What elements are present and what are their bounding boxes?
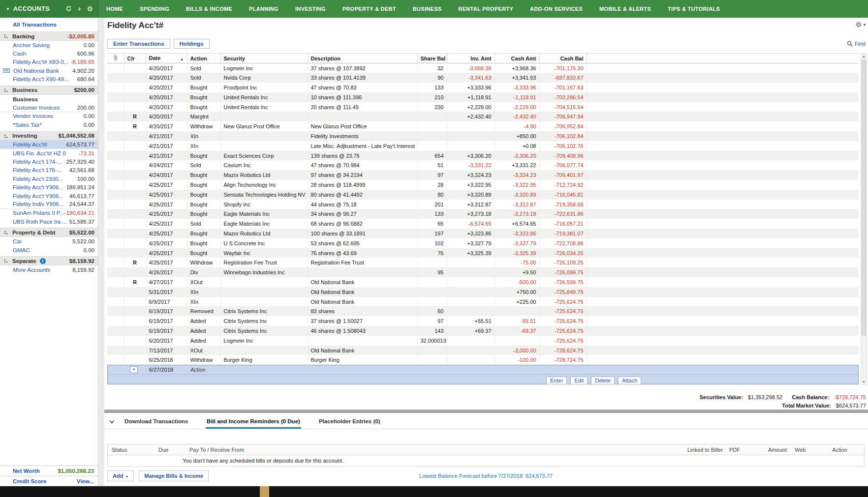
sort-ascending-icon[interactable]: ▲: [180, 57, 184, 61]
table-row[interactable]: 6/9/2017XInOld National Bank+225.00-725,…: [107, 297, 859, 307]
sidebar-item-ubs-roth-pace-ira[interactable]: UBS Roth Pace Ira ...51,585.37: [0, 217, 98, 226]
manage-bills-income-button[interactable]: Manage Bills & Income: [139, 470, 209, 481]
net-worth-row[interactable]: Net Worth $1,050,268.23: [0, 466, 98, 476]
delete-button[interactable]: Delete: [591, 377, 615, 384]
column-header-clr[interactable]: Clr: [124, 54, 146, 63]
account-actions-gear[interactable]: ⚙ ▼: [856, 21, 867, 29]
sidebar-group-header-investing[interactable]: Investing$1,046,552.08: [0, 131, 98, 141]
table-row[interactable]: 6/19/2017RemovedCitrix Systems Inc83 sha…: [107, 306, 859, 316]
nav-item-spending[interactable]: SPENDING: [140, 6, 169, 12]
entry-date-field[interactable]: 6/27/2018: [149, 367, 173, 373]
sidebar-group-header-banking[interactable]: Banking-$2,005.85: [0, 31, 98, 41]
register-scrollbar[interactable]: ▲ ▼: [861, 53, 867, 385]
column-header-inv-amt[interactable]: Inv. Amt: [447, 54, 495, 63]
column-header-security[interactable]: Security: [220, 54, 308, 63]
table-row[interactable]: 5/31/2017XInOld National Bank+750.00-725…: [107, 287, 859, 297]
nav-item-tips-tutorials[interactable]: TIPS & TUTORIALS: [668, 6, 720, 12]
scroll-down-icon[interactable]: ▼: [861, 379, 867, 385]
sidebar-item-fidelity-acc-t-2330[interactable]: Fidelity Acc't 2330...100.00: [0, 175, 98, 183]
table-row[interactable]: 6/19/2017AddedCitrix Systems Inc37 share…: [107, 316, 859, 326]
table-row[interactable]: 7/13/2017XOutOld National Bank-3,000.00-…: [107, 346, 859, 355]
table-row[interactable]: 4/26/2017DivWinnebago Industries Inc95+9…: [107, 267, 859, 277]
sidebar-group-header-separate[interactable]: Separatei$8,159.92: [0, 256, 98, 265]
credit-score-view-link[interactable]: View...: [77, 478, 94, 484]
enter-button[interactable]: Enter: [546, 377, 567, 384]
panel-splitter[interactable]: [104, 409, 868, 413]
add-account-icon[interactable]: +: [77, 5, 81, 12]
sidebar-item-old-national-bank[interactable]: Old National Bank4,902.20: [0, 66, 98, 75]
nav-item-home[interactable]: HOME: [106, 6, 123, 12]
sidebar-item-more-accounts[interactable]: More Accounts8,159.92: [0, 265, 98, 274]
table-row[interactable]: 4/20/2017BoughtProofpoint Inc47 shares @…: [107, 83, 859, 92]
tab-bill-and-income-reminders-0-due[interactable]: Bill and Income Reminders (0 Due): [206, 415, 301, 429]
nav-item-planning[interactable]: PLANNING: [249, 6, 279, 12]
table-row[interactable]: 4/24/2017BoughtMazor Robotics Ltd97 shar…: [107, 170, 859, 180]
sidebar-group-header-property-debt[interactable]: Property & Debt$5,522.00: [0, 228, 98, 237]
sidebar-item-business[interactable]: Business: [0, 95, 98, 103]
table-row[interactable]: R4/27/2017XOutOld National Bank-500.00-7…: [107, 277, 859, 287]
column-header-share-bal[interactable]: Share Bal: [417, 54, 447, 63]
table-row[interactable]: 4/25/2017BoughtU S Concrete Inc53 shares…: [107, 238, 859, 248]
scrollbar-thumb[interactable]: [862, 60, 866, 335]
accounts-gear-icon[interactable]: ⚙: [87, 5, 93, 12]
table-row[interactable]: 6/25/2018WithdrawBurger KingBurger King-…: [107, 355, 859, 365]
table-row[interactable]: 4/20/2017SoldLogmein Inc37 shares @ 107.…: [107, 63, 859, 73]
column-header-attachment[interactable]: [107, 54, 124, 63]
table-row[interactable]: 4/20/2017BoughtUnited Rentals Inc10 shar…: [107, 92, 859, 102]
sidebar-item-cash[interactable]: Cash600.96: [0, 49, 98, 58]
sidebar-item-anchor-saving[interactable]: Anchor Saving0.00: [0, 41, 98, 49]
nav-item-business[interactable]: BUSINESS: [413, 6, 442, 12]
sidebar-item-customer-invoices[interactable]: Customer Invoices200.00: [0, 103, 98, 112]
nav-item-rental-property[interactable]: RENTAL PROPERTY: [458, 6, 513, 12]
tab-placeholder-entries-0[interactable]: Placeholder Entries (0): [318, 415, 381, 429]
column-header-description[interactable]: Description: [308, 54, 417, 63]
table-row[interactable]: R4/20/2017MargInt+2,432.40-2,432.40-706,…: [107, 112, 859, 121]
sidebar-item-sales-tax[interactable]: *Sales Tax*0.00: [0, 120, 98, 129]
sidebar-item-sunam-polaris-ii-p[interactable]: SunAm Polaris II P...-190,634.21: [0, 209, 98, 217]
tab-download-transactions[interactable]: Download Transactions: [124, 415, 189, 429]
holdings-button[interactable]: Holdings: [174, 39, 210, 49]
table-row[interactable]: R4/20/2017WithdrawNew Glarus Post Office…: [107, 121, 859, 131]
nav-item-property-debt[interactable]: PROPERTY & DEBT: [342, 6, 396, 12]
sidebar-item-fidelity-acc-t[interactable]: Fidelity Acc't#624,573.77: [0, 141, 98, 149]
sidebar-item-fidelity-acc-t-174[interactable]: Fidelity Acc't 174-...257,329.40: [0, 157, 98, 166]
table-row[interactable]: 4/21/2017XInLate Misc. Adjkustment - Lat…: [107, 141, 859, 151]
add-reminder-button[interactable]: Add▼: [107, 470, 134, 481]
nav-item-add-on-services[interactable]: ADD-ON SERVICES: [530, 6, 583, 12]
sidebar-item-car[interactable]: Car5,522.00: [0, 237, 98, 245]
table-row[interactable]: 4/20/2017BoughtUnited Rentals Inc20 shar…: [107, 102, 859, 112]
column-header-cash-bal[interactable]: Cash Bal: [539, 54, 587, 63]
nav-item-mobile-alerts[interactable]: MOBILE & ALERTS: [599, 6, 651, 12]
lowest-balance-forecast-link[interactable]: Lowest Balance Forecast before 7/27/2018…: [419, 473, 553, 479]
table-row[interactable]: 4/21/2017XInFidelity Investments+850.00-…: [107, 131, 859, 141]
attach-button[interactable]: Attach: [618, 377, 641, 384]
table-row[interactable]: 4/21/2017BoughtExact Sciences Corp139 sh…: [107, 151, 859, 161]
nav-item-investing[interactable]: INVESTING: [295, 6, 326, 12]
table-row[interactable]: 4/25/2017BoughtShopify Inc44 shares @ 75…: [107, 200, 859, 209]
info-icon[interactable]: i: [40, 258, 46, 264]
credit-score-row[interactable]: Credit Score View...: [0, 476, 98, 486]
column-header-action[interactable]: Action: [187, 54, 220, 63]
sidebar-item-fidelity-indiv-y906[interactable]: Fidelity Indiv Y906...24,544.37: [0, 200, 98, 208]
table-row[interactable]: 4/25/2017BoughtSensata Technologies Hold…: [107, 190, 859, 200]
table-row[interactable]: 6/19/2017AddedCitrix Systems Inc46 share…: [107, 326, 859, 336]
table-row[interactable]: 4/25/2017BoughtMazor Robotics Ltd100 sha…: [107, 229, 859, 238]
table-row[interactable]: 4/25/2017BoughtAlign Techonology Inc28 s…: [107, 180, 859, 190]
sidebar-item-gmac[interactable]: GMAC0.00: [0, 246, 98, 254]
refresh-icon[interactable]: [65, 5, 72, 13]
sidebar-item-fidelity-acc-t-x90-49[interactable]: Fidelity Acc't X90-49...680.64: [0, 75, 98, 84]
sidebar-item-vendor-invoices[interactable]: Vendor Invoices0.00: [0, 112, 98, 120]
nav-item-bills-income[interactable]: BILLS & INCOME: [186, 6, 232, 12]
table-row[interactable]: 4/20/2017SoldNvida Corp33 shares @ 101.4…: [107, 73, 859, 83]
table-row[interactable]: 4/25/2017BoughtWayfair Inc76 shares @ 43…: [107, 248, 859, 258]
table-row[interactable]: 4/24/2017SoldCavium Inc47 shares @ 70.98…: [107, 160, 859, 170]
edit-button[interactable]: Edit: [570, 377, 588, 384]
accounts-panel-header[interactable]: ▼ ACCOUNTS + ⚙: [0, 0, 98, 18]
taskbar-app-icon[interactable]: [260, 486, 269, 497]
sidebar-item-fidelity-acc-t-y906[interactable]: Fidelity Acc't Y906...46,613.77: [0, 192, 98, 200]
table-row[interactable]: 6/20/2017AddedLogmein Inc32.000013-725,6…: [107, 336, 859, 346]
collapse-chevron-icon[interactable]: [110, 419, 115, 424]
sidebar-item-fidelity-acc-t-176[interactable]: Fidelity Acc't 176-...42,561.68: [0, 166, 98, 175]
sidebar-item-ubs-fin-acc-t-hz-0[interactable]: UBS Fin. Acc't# HZ 0-73.31: [0, 149, 98, 157]
table-row[interactable]: R4/25/2017WithdrawRegistration Fee Trust…: [107, 258, 859, 267]
